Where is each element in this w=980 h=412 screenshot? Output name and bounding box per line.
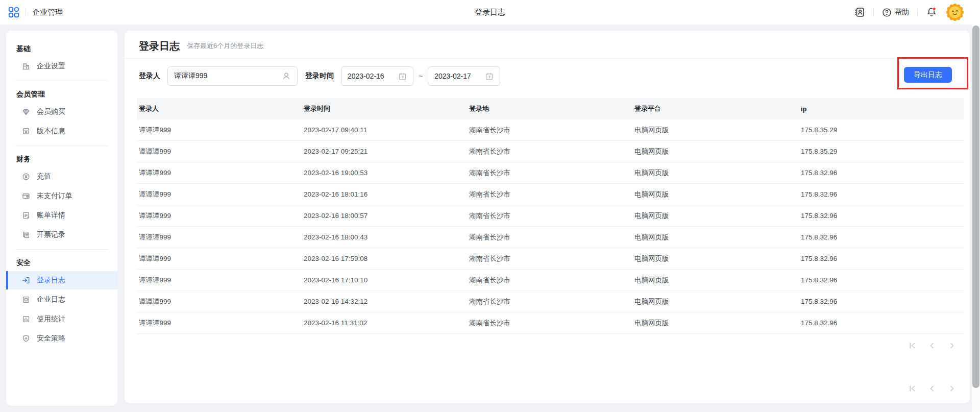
first-page-button[interactable] [908,384,917,393]
sidebar-item-wallet[interactable]: 未支付订单 [6,187,117,205]
company-log-icon [22,296,30,304]
scrollbar-thumb[interactable] [972,26,979,388]
table-cell: 电脑网页版 [632,297,799,306]
date-from-value: 2023-02-16 [348,72,384,80]
next-page-button[interactable] [947,341,957,350]
table-cell: 湖南省长沙市 [467,233,632,242]
pagination [908,341,957,350]
login-time-label: 登录时间 [305,71,334,81]
top-header: 企业管理 登录日志 帮助 [0,0,980,25]
sidebar-item-bill-detail[interactable]: 账单详情 [6,206,117,225]
table-row[interactable]: 谭谭谭9992023-02-16 11:31:02湖南省长沙市电脑网页版175.… [137,312,964,334]
notification-bell-icon[interactable] [926,7,937,18]
calendar-icon [485,72,494,81]
main-panel: 登录日志 保存最近6个月的登录日志 登录人 谭谭谭999 登录时间 2023-0… [125,31,970,403]
table-cell: 电脑网页版 [632,254,799,263]
sidebar-section-title: 基础 [6,41,117,56]
table-cell: 175.8.32.96 [799,276,964,284]
login-user-input[interactable]: 谭谭谭999 [167,66,298,86]
app-grid-icon[interactable] [8,7,19,18]
table-header-row: 登录人登录时间登录地登录平台ip [137,98,964,119]
page-title-center: 登录日志 [0,8,980,17]
table-cell: 湖南省长沙市 [467,168,632,178]
table-cell: 电脑网页版 [632,126,799,135]
table-row[interactable]: 谭谭谭9992023-02-16 18:00:43湖南省长沙市电脑网页版175.… [137,227,964,248]
sidebar-item-invoice-record[interactable]: 开票记录 [6,226,117,244]
login-user-value: 谭谭谭999 [174,71,207,81]
table-cell: 湖南省长沙市 [467,254,632,263]
user-avatar-sun[interactable] [945,3,965,22]
table-row[interactable]: 谭谭谭9992023-02-17 09:25:21湖南省长沙市电脑网页版175.… [137,141,964,162]
contact-card-icon[interactable] [854,7,865,18]
table-cell: 电脑网页版 [632,276,799,285]
table-cell: 谭谭谭999 [137,126,302,135]
prev-page-button[interactable] [927,341,937,350]
table-cell: 电脑网页版 [632,319,799,328]
table-cell: 谭谭谭999 [137,190,302,199]
sidebar-item-label: 版本信息 [37,127,65,136]
table-cell: 2023-02-16 18:00:57 [302,212,467,220]
table-row[interactable]: 谭谭谭9992023-02-16 18:00:57湖南省长沙市电脑网页版175.… [137,205,964,227]
question-circle-icon [882,8,892,17]
date-range-separator: ~ [419,72,423,80]
sidebar-item-label: 开票记录 [37,230,65,239]
table-cell: 175.8.32.96 [799,169,964,177]
table-cell: 电脑网页版 [632,233,799,242]
filter-toolbar: 登录人 谭谭谭999 登录时间 2023-02-16 ~ 2 [125,59,970,93]
sidebar-item-recharge[interactable]: 充值 [6,167,117,186]
export-log-button[interactable]: 导出日志 [904,67,952,83]
window-scrollbar [972,25,980,412]
column-header: 登录平台 [632,104,799,113]
date-to-input[interactable]: 2023-02-17 [428,66,500,86]
sidebar-item-label: 企业日志 [37,295,65,304]
sidebar-item-version-info[interactable]: 版本信息 [6,122,117,140]
sidebar-section-title: 财务 [6,151,117,166]
sidebar: 基础企业设置会员管理会员购买版本信息财务充值未支付订单账单详情开票记录安全登录日… [6,31,117,406]
sidebar-section-title: 会员管理 [6,86,117,102]
table-cell: 谭谭谭999 [137,147,302,156]
next-page-button[interactable] [947,384,957,393]
date-from-input[interactable]: 2023-02-16 [341,66,413,86]
sidebar-item-company-log[interactable]: 企业日志 [6,290,117,309]
sidebar-item-security-policy[interactable]: 安全策略 [6,329,117,348]
column-header: 登录地 [467,104,632,113]
table-cell: 谭谭谭999 [137,211,302,221]
first-page-button[interactable] [908,341,917,350]
table-row[interactable]: 谭谭谭9992023-02-16 14:32:12湖南省长沙市电脑网页版175.… [137,291,964,312]
pagination [908,384,957,393]
table-cell: 谭谭谭999 [137,254,302,263]
sidebar-item-gem[interactable]: 会员购买 [6,103,117,121]
sidebar-item-label: 使用统计 [37,314,65,324]
sidebar-section-title: 安全 [6,255,117,270]
login-log-table: 登录人登录时间登录地登录平台ip 谭谭谭9992023-02-17 09:40:… [137,98,964,334]
sidebar-item-building[interactable]: 企业设置 [6,57,117,76]
page-subtitle: 保存最近6个月的登录日志 [187,41,263,51]
table-row[interactable]: 谭谭谭9992023-02-16 18:01:16湖南省长沙市电脑网页版175.… [137,184,964,205]
table-row[interactable]: 谭谭谭9992023-02-16 17:59:08湖南省长沙市电脑网页版175.… [137,248,964,270]
table-cell: 电脑网页版 [632,211,799,221]
help-button[interactable]: 帮助 [882,8,909,17]
table-row[interactable]: 谭谭谭9992023-02-17 09:40:11湖南省长沙市电脑网页版175.… [137,119,964,141]
sidebar-item-login-log[interactable]: 登录日志 [6,271,117,289]
table-cell: 谭谭谭999 [137,168,302,178]
prev-page-button[interactable] [927,384,937,393]
table-row[interactable]: 谭谭谭9992023-02-16 19:00:53湖南省长沙市电脑网页版175.… [137,162,964,184]
recharge-icon [22,173,30,181]
page-title: 登录日志 [139,39,180,53]
sidebar-item-label: 企业设置 [37,62,65,71]
divider [15,81,108,81]
sidebar-nav: 基础企业设置会员管理会员购买版本信息财务充值未支付订单账单详情开票记录安全登录日… [6,41,117,348]
table-cell: 175.8.35.29 [799,126,964,134]
building-icon [22,62,30,70]
table-cell: 2023-02-16 19:00:53 [302,169,467,177]
table-cell: 湖南省长沙市 [467,190,632,199]
table-cell: 2023-02-16 17:59:08 [302,255,467,262]
table-row[interactable]: 谭谭谭9992023-02-16 17:10:10湖南省长沙市电脑网页版175.… [137,270,964,291]
date-to-value: 2023-02-17 [434,72,471,80]
divider [26,9,26,16]
table-cell: 谭谭谭999 [137,297,302,306]
table-body: 谭谭谭9992023-02-17 09:40:11湖南省长沙市电脑网页版175.… [137,119,964,334]
table-cell: 湖南省长沙市 [467,126,632,135]
table-cell: 2023-02-17 09:25:21 [302,148,467,155]
sidebar-item-usage-stats[interactable]: 使用统计 [6,310,117,328]
